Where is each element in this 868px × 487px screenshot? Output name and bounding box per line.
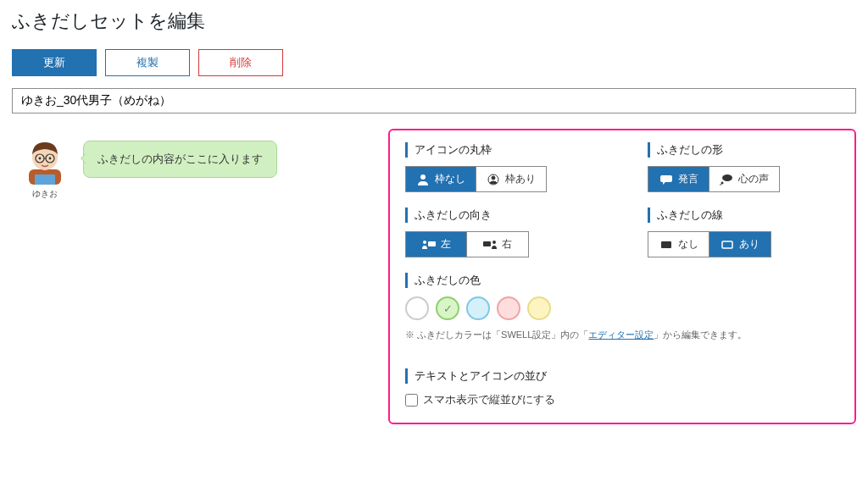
- field-shape: ふきだしの形 発言 心の声: [648, 142, 839, 192]
- svg-rect-20: [722, 241, 732, 248]
- color-swatches: [405, 296, 839, 320]
- action-bar: 更新 複製 削除: [12, 49, 856, 76]
- align-vertical-checkbox[interactable]: [405, 394, 418, 407]
- opt-label: 枠なし: [435, 172, 465, 186]
- color-swatch-2[interactable]: [466, 296, 490, 320]
- opt-label: 枠あり: [505, 172, 536, 186]
- speech-icon: [659, 174, 673, 185]
- set-name-input[interactable]: [12, 88, 856, 113]
- person-icon: [416, 174, 430, 185]
- align-checkbox-row[interactable]: スマホ表示で縦並びにする: [405, 392, 839, 407]
- svg-point-8: [420, 174, 426, 180]
- svg-point-12: [722, 174, 732, 181]
- align-checkbox-label: スマホ表示で縦並びにする: [423, 392, 555, 407]
- rect-outline-icon: [721, 239, 734, 251]
- label-border: ふきだしの線: [648, 208, 839, 223]
- svg-point-13: [721, 181, 724, 184]
- person-bubble-left-icon: [422, 239, 436, 251]
- editor-settings-link[interactable]: エディター設定: [588, 329, 654, 340]
- opt-label: 発言: [678, 172, 698, 186]
- svg-rect-1: [35, 174, 55, 185]
- settings-panel: アイコンの丸枠 枠なし 枠あり: [388, 129, 856, 424]
- thought-icon: [720, 174, 733, 185]
- field-direction: ふきだしの向き 左 右: [405, 208, 597, 257]
- opt-label: 右: [502, 237, 512, 252]
- person-bubble-right-icon: [483, 239, 497, 251]
- avatar-label: ゆきお: [32, 188, 58, 200]
- svg-point-15: [423, 241, 426, 244]
- shape-speak[interactable]: 発言: [648, 167, 709, 191]
- label-icon-frame: アイコンの丸枠: [405, 142, 597, 158]
- field-align: テキストとアイコンの並び スマホ表示で縦並びにする: [405, 368, 839, 407]
- avatar-image: [20, 136, 70, 185]
- color-hint: ※ ふきだしカラーは「SWELL設定」内の「エディター設定」から編集できます。: [405, 329, 839, 341]
- color-swatch-0[interactable]: [405, 296, 429, 320]
- icon-frame-none[interactable]: 枠なし: [406, 167, 476, 191]
- direction-right[interactable]: 右: [467, 232, 528, 257]
- preview-area: ゆきお ふきだしの内容がここに入ります: [12, 129, 376, 200]
- svg-rect-16: [428, 241, 436, 246]
- color-swatch-4[interactable]: [527, 296, 551, 320]
- update-button[interactable]: 更新: [12, 49, 97, 76]
- svg-point-14: [720, 184, 721, 185]
- svg-point-18: [492, 241, 496, 244]
- border-none[interactable]: なし: [648, 232, 709, 257]
- svg-point-7: [49, 158, 52, 160]
- label-direction: ふきだしの向き: [405, 208, 597, 223]
- shape-think[interactable]: 心の声: [709, 167, 779, 191]
- label-align: テキストとアイコンの並び: [405, 368, 839, 384]
- svg-rect-11: [660, 175, 672, 182]
- opt-label: 心の声: [738, 172, 769, 186]
- duplicate-button[interactable]: 複製: [105, 49, 190, 76]
- border-yes[interactable]: あり: [709, 232, 771, 257]
- label-color: ふきだしの色: [405, 273, 839, 288]
- color-swatch-3[interactable]: [497, 296, 520, 320]
- direction-left[interactable]: 左: [406, 232, 467, 257]
- opt-label: 左: [441, 237, 451, 252]
- field-border: ふきだしの線 なし あり: [648, 208, 839, 257]
- delete-button[interactable]: 削除: [198, 49, 283, 76]
- label-shape: ふきだしの形: [648, 142, 839, 158]
- svg-point-6: [39, 158, 42, 160]
- svg-rect-19: [661, 241, 671, 248]
- field-color: ふきだしの色 ※ ふきだしカラーは「SWELL設定」内の「エディター設定」から編…: [405, 273, 839, 341]
- opt-label: あり: [739, 237, 760, 252]
- rect-filled-icon: [659, 239, 673, 251]
- speech-bubble: ふきだしの内容がここに入ります: [83, 141, 277, 178]
- svg-point-10: [492, 176, 495, 180]
- opt-label: なし: [678, 237, 698, 252]
- svg-rect-17: [483, 241, 491, 246]
- icon-frame-yes[interactable]: 枠あり: [476, 167, 546, 191]
- field-icon-frame: アイコンの丸枠 枠なし 枠あり: [405, 142, 597, 192]
- page-title: ふきだしセットを編集: [12, 8, 856, 34]
- color-swatch-1[interactable]: [436, 296, 459, 320]
- person-circle-icon: [487, 174, 500, 185]
